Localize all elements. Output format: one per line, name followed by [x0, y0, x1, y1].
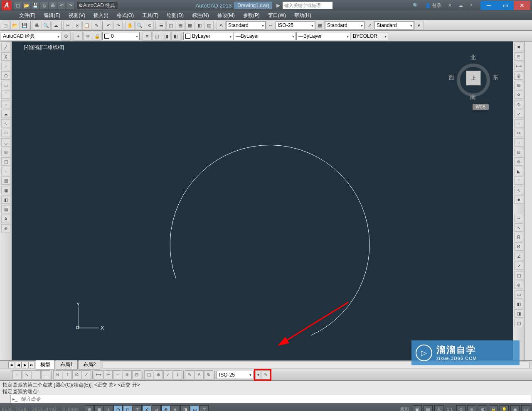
dim-dia-icon[interactable]: Ø	[514, 242, 523, 251]
orbit-button[interactable]: ⟲	[145, 21, 154, 30]
print-button[interactable]: 🖶	[32, 21, 41, 30]
chamfer-icon[interactable]: ◣	[514, 167, 523, 175]
open-icon[interactable]: 📂	[23, 2, 30, 9]
menu-insert[interactable]: 插入(I)	[91, 11, 111, 20]
menu-draw[interactable]: 绘图(D)	[164, 11, 186, 20]
dim-arc-icon[interactable]: ⌒	[32, 370, 41, 379]
anno-scale[interactable]: 1:1	[445, 406, 455, 411]
designcenter-button[interactable]: ◫	[166, 21, 175, 30]
infocenter-icon[interactable]: 🔍	[410, 2, 421, 9]
dim-ordinate-icon[interactable]: ⊥	[41, 370, 50, 379]
addselect-icon[interactable]: ⊕	[1, 224, 10, 232]
viewcube-north[interactable]: 北	[470, 54, 476, 61]
redo-button[interactable]: ↷	[113, 21, 123, 30]
scale-icon[interactable]: ⤢	[514, 110, 523, 118]
dim-rad-icon[interactable]: R	[514, 233, 523, 241]
menu-param[interactable]: 参数(P)	[241, 11, 262, 20]
annoscale-icon[interactable]: 人	[434, 405, 443, 411]
help-icon[interactable]: ?	[467, 2, 475, 9]
saveas-icon[interactable]: ⎙	[40, 2, 48, 9]
dim-break-icon[interactable]: ⊟	[132, 370, 141, 379]
arc-icon[interactable]: ⌒	[1, 91, 10, 99]
dim-jogged-icon[interactable]: ⤴	[63, 370, 72, 379]
copy-icon[interactable]: ⎘	[514, 52, 523, 61]
close-button[interactable]: ✕	[514, 1, 530, 10]
menu-help[interactable]: 帮助(H)	[292, 11, 314, 20]
polyline-icon[interactable]: ⟋	[1, 62, 10, 70]
constraint4-icon[interactable]: ◫	[514, 319, 523, 327]
viewcube-face[interactable]: 上	[466, 71, 481, 86]
dim-center-icon[interactable]: ⊕	[514, 281, 523, 289]
cut-button[interactable]: ✂	[63, 21, 72, 30]
constraint3-icon[interactable]: ◨	[514, 309, 523, 318]
mirror-icon[interactable]: ⟷	[514, 62, 523, 70]
workspace-combo[interactable]: AutoCAD 经典	[1, 32, 61, 40]
circle-icon[interactable]: ○	[1, 100, 10, 108]
match-button[interactable]: ✎	[92, 21, 101, 30]
dim-linear-icon[interactable]: ↔	[12, 370, 22, 379]
preview-button[interactable]: 🔍	[42, 21, 51, 30]
dim-ang-icon[interactable]: ∠	[514, 252, 523, 260]
plot-icon[interactable]: 🖶	[49, 2, 57, 9]
mtext-icon[interactable]: A	[1, 215, 10, 223]
layer-freeze-icon[interactable]: ◨	[162, 32, 171, 41]
dim-space-icon[interactable]: ⊪	[123, 370, 132, 379]
grid-toggle[interactable]: ▦	[94, 405, 103, 411]
maximize-button[interactable]: ▭	[497, 1, 514, 10]
dim-leader-icon[interactable]: ↗	[514, 262, 523, 270]
viewcube-east[interactable]: 东	[493, 74, 498, 81]
tab-layout1[interactable]: 布局1	[56, 360, 78, 369]
menu-file[interactable]: 文件(F)	[17, 11, 38, 20]
dim-jogline-icon[interactable]: ⌇	[173, 370, 182, 379]
dim-inspect-icon[interactable]: ✓	[163, 370, 172, 379]
dim-align-icon[interactable]: ⤡	[514, 223, 523, 232]
menu-edit[interactable]: 编辑(E)	[41, 11, 63, 20]
save-icon[interactable]: 💾	[32, 2, 39, 9]
layer-combo[interactable]: 0	[102, 32, 140, 40]
tab-next-icon[interactable]: ▶	[22, 362, 28, 368]
hatch-icon[interactable]: ▨	[1, 176, 10, 185]
erase-icon[interactable]: ✖	[514, 43, 523, 51]
annovis-icon[interactable]: ⊙	[456, 405, 466, 411]
exchange-icon[interactable]: ✕	[446, 2, 454, 9]
layer-props-icon[interactable]: ☀	[74, 32, 83, 41]
style-dropdown-icon[interactable]: ▾	[414, 21, 424, 30]
dimstyle-combo[interactable]: ISO-25	[276, 21, 315, 29]
layer-state-icon[interactable]: ≡	[143, 32, 152, 41]
polar-toggle[interactable]: ◷	[113, 405, 123, 411]
trim-icon[interactable]: ✂	[514, 129, 523, 137]
layer-filter-icon[interactable]: ❄	[83, 32, 92, 41]
3dosnap-toggle[interactable]: ◫	[133, 405, 142, 411]
dim-diameter-icon[interactable]: Ø	[72, 370, 81, 379]
viewcube[interactable]: 上 北 南 东 西	[451, 49, 496, 103]
mleaderstyle-icon[interactable]: ↗	[365, 21, 374, 30]
menu-modify[interactable]: 修改(M)	[215, 11, 237, 20]
dim-lin-icon[interactable]: ↔	[514, 214, 523, 222]
layer-off-icon[interactable]: ◧	[171, 32, 180, 41]
cleanscreen-icon[interactable]: ▭	[521, 405, 530, 411]
linetype-combo[interactable]: — ByLayer	[234, 32, 296, 40]
rectangle-icon[interactable]: ▭	[1, 81, 10, 89]
textstyle-combo[interactable]: Standard	[226, 21, 266, 29]
blend-icon[interactable]: ∿	[514, 186, 523, 194]
dimstyle-icon[interactable]: ↔	[266, 21, 275, 30]
dim-style-combo[interactable]: ISO-25	[216, 371, 254, 379]
line-icon[interactable]: ╱	[1, 43, 10, 51]
extend-icon[interactable]: →	[514, 138, 523, 147]
save-button[interactable]: 💾	[20, 21, 29, 30]
tab-first-icon[interactable]: ⏮	[8, 362, 15, 368]
array-icon[interactable]: ⊞	[514, 81, 523, 89]
revcloud-icon[interactable]: ☁	[1, 110, 10, 118]
mleaderstyle-combo[interactable]: Standard	[374, 21, 414, 29]
dim-tolerance-icon[interactable]: ◫	[144, 370, 153, 379]
osnap-toggle[interactable]: ◻	[123, 405, 132, 411]
tab-last-icon[interactable]: ⏭	[28, 362, 35, 368]
dim-style-manager-icon[interactable]: ✎	[261, 370, 270, 379]
ws-switch-icon[interactable]: ⚙	[478, 405, 487, 411]
break-icon[interactable]: ⊟	[514, 148, 523, 156]
open-button[interactable]: 📂	[10, 21, 20, 30]
publish-button[interactable]: ☁	[51, 21, 60, 30]
cloud-icon[interactable]: ☁	[456, 2, 466, 9]
rotate-icon[interactable]: ↻	[514, 100, 523, 108]
menu-dimension[interactable]: 标注(N)	[190, 11, 212, 20]
